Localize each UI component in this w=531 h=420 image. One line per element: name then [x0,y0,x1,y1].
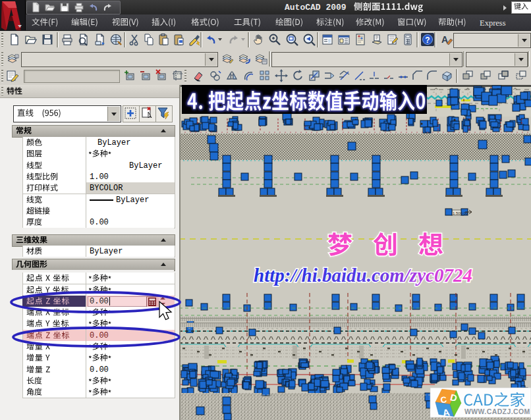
svg-text:WWW.CADZJ.COM: WWW.CADZJ.COM [464,407,530,415]
svg-text:http://hi.baidu.com/zyc0724: http://hi.baidu.com/zyc0724 [254,265,472,286]
svg-text:1.500.00: 1.500.00 [453,211,468,215]
